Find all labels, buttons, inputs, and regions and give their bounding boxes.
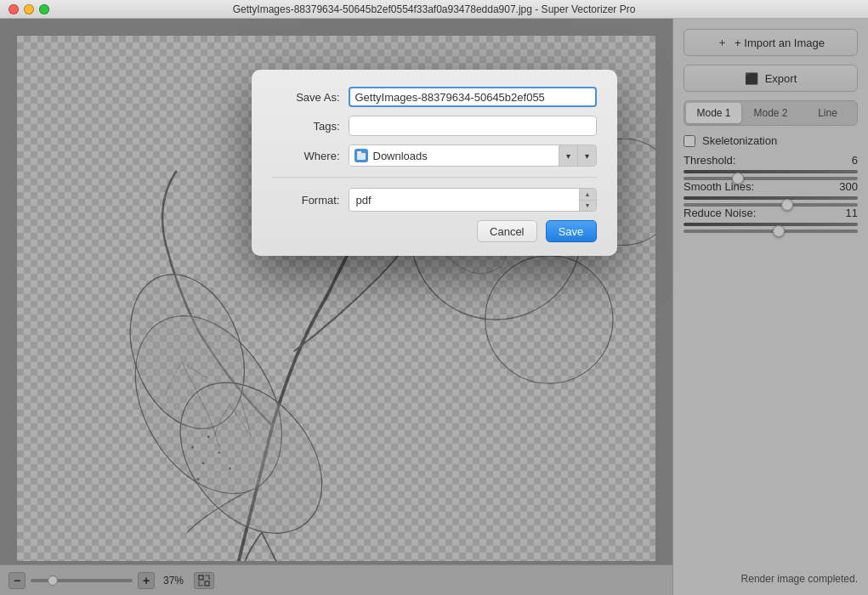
where-label: Where: — [272, 150, 349, 162]
maximize-button[interactable] — [39, 4, 49, 14]
where-row: Where: Downloads ▾ ▾ — [272, 144, 597, 167]
where-combo[interactable]: Downloads ▾ ▾ — [349, 144, 597, 167]
format-stepper-down[interactable]: ▼ — [580, 201, 596, 212]
save-button[interactable]: Save — [546, 220, 597, 242]
tags-row: Tags: — [272, 116, 597, 136]
format-stepper-up[interactable]: ▲ — [580, 189, 596, 201]
tags-input[interactable] — [349, 116, 597, 136]
format-label: Format: — [272, 194, 349, 207]
minimize-button[interactable] — [24, 4, 34, 14]
save-as-row: Save As: — [272, 87, 597, 107]
format-stepper[interactable]: ▲ ▼ — [579, 189, 596, 211]
format-value: pdf — [349, 189, 579, 211]
window-title: GettyImages-88379634-50645b2ef0554f33af0… — [233, 3, 636, 15]
save-as-input[interactable] — [349, 87, 597, 107]
where-expand-button[interactable]: ▾ — [577, 145, 596, 166]
where-main-display[interactable]: Downloads — [349, 145, 559, 166]
format-row: Format: pdf ▲ ▼ — [272, 188, 597, 212]
svg-rect-25 — [357, 153, 366, 160]
where-value: Downloads — [373, 150, 553, 162]
format-select-wrapper[interactable]: pdf ▲ ▼ — [349, 188, 597, 212]
dialog-actions: Cancel Save — [272, 220, 597, 242]
tags-label: Tags: — [272, 120, 349, 133]
save-dialog: Save As: Tags: Where: Downloads — [252, 70, 617, 256]
svg-rect-26 — [357, 151, 361, 153]
window-controls[interactable] — [9, 4, 49, 14]
modal-overlay: Save As: Tags: Where: Downloads — [0, 19, 868, 595]
where-dropdown-button[interactable]: ▾ — [559, 145, 577, 166]
save-as-label: Save As: — [272, 91, 349, 104]
cancel-button[interactable]: Cancel — [477, 220, 536, 242]
title-bar: GettyImages-88379634-50645b2ef0554f33af0… — [0, 0, 868, 19]
dialog-divider — [272, 177, 597, 178]
downloads-folder-icon — [355, 149, 368, 162]
close-button[interactable] — [9, 4, 19, 14]
